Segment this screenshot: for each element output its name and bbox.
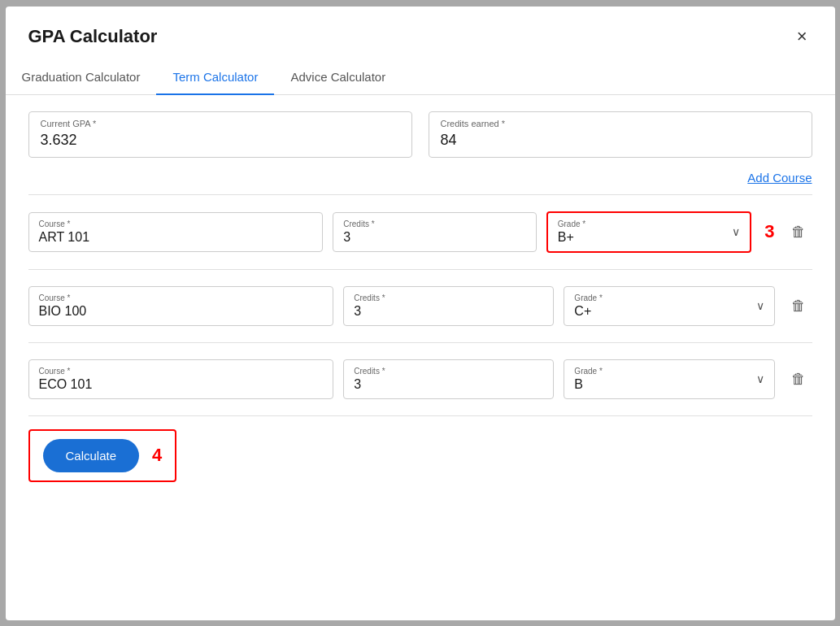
course-3-grade-value: B	[574, 377, 752, 392]
course-1-credits-field: Credits * 3	[333, 212, 537, 252]
chevron-down-icon: ∨	[732, 225, 740, 238]
chevron-down-icon: ∨	[756, 372, 764, 385]
table-row: Course * ECO 101 Credits * 3 Grade * B ∨…	[28, 351, 812, 407]
course-1-name-label: Course *	[39, 220, 313, 228]
current-gpa-value[interactable]: 3.632	[41, 132, 400, 149]
course-3-credits-field: Credits * 3	[343, 359, 554, 399]
course-2-grade-field[interactable]: Grade * C+ ∨	[564, 286, 774, 326]
annotation-badge-4: 4	[152, 445, 162, 466]
add-course-button[interactable]: Add Course	[747, 171, 812, 185]
course-2-credits-field: Credits * 3	[343, 286, 554, 326]
course-1-delete-button[interactable]: 🗑	[785, 220, 812, 244]
course-3-name-label: Course *	[39, 367, 324, 376]
course-3-delete-button[interactable]: 🗑	[785, 367, 812, 391]
modal-header: GPA Calculator ×	[6, 7, 835, 47]
course-3-grade-label: Grade *	[574, 367, 752, 376]
calculate-section: Calculate 4	[28, 429, 812, 482]
course-3-grade-inner: Grade * B	[574, 367, 752, 392]
add-course-row: Add Course	[28, 171, 812, 185]
credits-earned-field: Credits earned * 84	[429, 111, 812, 158]
modal-backdrop: GPA Calculator × Graduation Calculator T…	[0, 0, 840, 626]
course-3-name-field: Course * ECO 101	[28, 359, 334, 399]
course-1-credits-label: Credits *	[343, 220, 526, 228]
course-2-grade-value: C+	[574, 304, 752, 319]
course-2-name-value[interactable]: BIO 100	[39, 304, 324, 319]
course-3-name-value[interactable]: ECO 101	[39, 377, 324, 392]
course-2-grade-inner: Grade * C+	[574, 293, 752, 319]
course-2-name-field: Course * BIO 100	[28, 286, 334, 326]
credits-earned-value[interactable]: 84	[441, 132, 800, 149]
close-button[interactable]: ×	[792, 26, 812, 47]
tabs-container: Graduation Calculator Term Calculator Ad…	[6, 60, 835, 95]
current-gpa-field: Current GPA * 3.632	[28, 111, 412, 158]
table-row: Course * ART 101 Credits * 3 Grade * B+ …	[28, 203, 812, 261]
calculate-button[interactable]: Calculate	[43, 439, 140, 472]
course-1-credits-value[interactable]: 3	[343, 230, 526, 245]
course-1-grade-inner: Grade * B+	[558, 220, 729, 245]
divider-4	[28, 415, 812, 416]
chevron-down-icon: ∨	[756, 299, 764, 312]
course-1-grade-value: B+	[558, 230, 729, 245]
modal-title: GPA Calculator	[28, 26, 158, 47]
tab-graduation-calculator[interactable]: Graduation Calculator	[6, 60, 157, 95]
course-2-credits-value[interactable]: 3	[354, 304, 543, 319]
table-row: Course * BIO 100 Credits * 3 Grade * C+ …	[28, 278, 812, 334]
gpa-calculator-modal: GPA Calculator × Graduation Calculator T…	[6, 7, 835, 620]
course-2-credits-label: Credits *	[354, 293, 543, 302]
course-3-credits-label: Credits *	[354, 367, 543, 376]
divider-2	[28, 269, 812, 270]
course-1-name-value[interactable]: ART 101	[39, 230, 313, 245]
annotation-badge-3: 3	[764, 221, 774, 242]
tab-term-calculator[interactable]: Term Calculator	[156, 60, 274, 95]
tab-advice-calculator[interactable]: Advice Calculator	[274, 60, 402, 95]
credits-earned-label: Credits earned *	[441, 119, 506, 128]
course-1-grade-label: Grade *	[558, 220, 729, 228]
calculate-wrapper: Calculate 4	[28, 429, 177, 482]
divider-3	[28, 342, 812, 343]
course-2-grade-label: Grade *	[574, 293, 752, 302]
course-1-grade-field[interactable]: Grade * B+ ∨	[546, 211, 752, 253]
course-1-name-field: Course * ART 101	[28, 212, 324, 252]
course-2-name-label: Course *	[39, 293, 324, 302]
course-3-credits-value[interactable]: 3	[354, 377, 543, 392]
course-2-delete-button[interactable]: 🗑	[785, 294, 812, 318]
current-gpa-label: Current GPA *	[41, 119, 97, 128]
gpa-row: Current GPA * 3.632 Credits earned * 84	[28, 111, 812, 158]
divider-1	[28, 194, 812, 195]
modal-body: Current GPA * 3.632 Credits earned * 84 …	[6, 95, 835, 620]
course-3-grade-field[interactable]: Grade * B ∨	[564, 359, 774, 399]
